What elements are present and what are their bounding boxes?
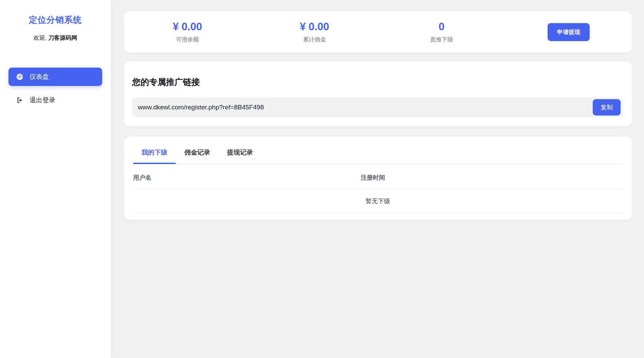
- welcome-username: 刀客源码网: [48, 35, 77, 41]
- withdraw-button-column: 申请提现: [505, 23, 632, 41]
- stat-value: 0: [378, 21, 505, 33]
- stat-label: 直推下级: [378, 36, 505, 43]
- gauge-icon: [16, 73, 23, 80]
- welcome-prefix: 欢迎,: [34, 35, 47, 41]
- tab-commission-records[interactable]: 佣金记录: [176, 148, 219, 163]
- copy-button[interactable]: 复制: [593, 99, 621, 115]
- sidebar: 定位分销系统 欢迎, 刀客源码网 仪表盘: [0, 0, 111, 358]
- stat-available-balance: ¥ 0.00 可用余额: [124, 21, 251, 43]
- app-title: 定位分销系统: [0, 14, 111, 25]
- stats-card: ¥ 0.00 可用余额 ¥ 0.00 累计佣金 0 直推下级 申请提现: [124, 11, 632, 53]
- promo-link-card: 您的专属推广链接 www.dkewl.com/register.php?ref=…: [124, 61, 632, 126]
- empty-state-text: 暂无下级: [133, 190, 623, 213]
- logout-icon: [16, 96, 23, 104]
- tab-bar: 我的下级 佣金记录 提现记录: [133, 148, 623, 164]
- stat-value: ¥ 0.00: [124, 21, 251, 33]
- stat-direct-subordinates: 0 直推下级: [378, 21, 505, 43]
- referral-link-field[interactable]: www.dkewl.com/register.php?ref=8B45F498 …: [132, 97, 623, 117]
- sidebar-item-logout[interactable]: 退出登录: [8, 91, 102, 109]
- subordinates-card: 我的下级 佣金记录 提现记录 用户名 注册时间 暂无下级: [124, 137, 632, 220]
- stat-value: ¥ 0.00: [251, 21, 378, 33]
- main-content: ¥ 0.00 可用余额 ¥ 0.00 累计佣金 0 直推下级 申请提现 您的专属…: [111, 0, 644, 358]
- column-header-username: 用户名: [133, 164, 361, 190]
- sidebar-menu: 仪表盘 退出登录: [0, 68, 111, 109]
- promo-title: 您的专属推广链接: [132, 76, 623, 88]
- stat-total-commission: ¥ 0.00 累计佣金: [251, 21, 378, 43]
- sidebar-item-dashboard[interactable]: 仪表盘: [8, 68, 102, 86]
- sidebar-item-label: 退出登录: [30, 96, 55, 105]
- table-empty-row: 暂无下级: [133, 190, 623, 213]
- stat-label: 累计佣金: [251, 36, 378, 43]
- sidebar-item-label: 仪表盘: [30, 72, 49, 81]
- referral-link-text[interactable]: www.dkewl.com/register.php?ref=8B45F498: [138, 104, 593, 111]
- table-header-row: 用户名 注册时间: [133, 164, 623, 190]
- welcome-text: 欢迎, 刀客源码网: [0, 34, 111, 42]
- column-header-register-time: 注册时间: [361, 164, 623, 190]
- stat-label: 可用余额: [124, 36, 251, 43]
- tab-withdrawal-records[interactable]: 提现记录: [219, 148, 261, 163]
- tab-my-subordinates[interactable]: 我的下级: [133, 148, 176, 163]
- subordinates-table: 用户名 注册时间 暂无下级: [133, 164, 623, 213]
- withdraw-button[interactable]: 申请提现: [548, 23, 590, 41]
